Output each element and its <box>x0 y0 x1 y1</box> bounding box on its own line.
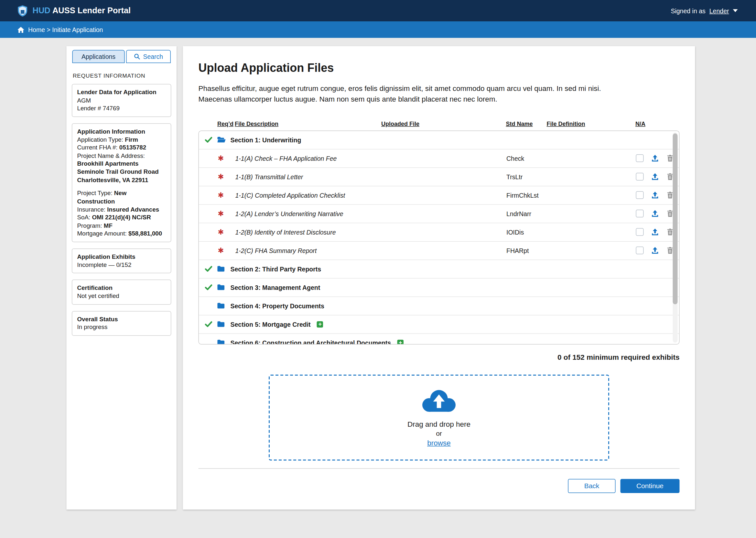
folder-icon <box>217 135 227 144</box>
section-row[interactable]: Section 2: Third Party Reports <box>199 260 679 278</box>
section-row[interactable]: Section 3: Management Agent <box>199 278 679 296</box>
folder-icon <box>217 320 227 328</box>
na-checkbox[interactable] <box>636 173 644 181</box>
scrollbar[interactable] <box>673 132 678 343</box>
upload-icon[interactable] <box>651 173 659 181</box>
signin-user-link[interactable]: Lender <box>709 7 729 15</box>
file-description: 1-1(A) Check – FHA Application Fee <box>235 155 337 162</box>
na-checkbox[interactable] <box>636 246 644 254</box>
required-exhibits-summary: 0 of 152 minimum required exhibits <box>199 352 680 361</box>
upload-icon[interactable] <box>651 154 659 162</box>
mortgage-amount: Mortgage Amount: $58,881,000 <box>77 230 166 238</box>
upload-icon[interactable] <box>651 228 659 236</box>
lender-number: Lender # 74769 <box>77 104 166 113</box>
required-icon: ✱ <box>218 154 224 162</box>
section-row[interactable]: Section 5: Mortgage Credit + <box>199 315 679 334</box>
check-icon <box>205 283 213 291</box>
home-icon[interactable] <box>18 27 24 33</box>
overall-status-title: Overall Status <box>77 315 166 323</box>
table-header-row: Req’d File Description Uploaded File Std… <box>199 118 680 130</box>
tab-applications[interactable]: Applications <box>73 50 125 63</box>
back-button[interactable]: Back <box>568 479 616 493</box>
check-icon <box>205 136 213 144</box>
folder-icon <box>217 283 227 292</box>
address-line: Charlottesville, VA 22911 <box>77 176 166 184</box>
upload-icon[interactable] <box>651 209 659 218</box>
brand-title: AUSS Lender Portal <box>52 6 130 15</box>
col-header-std-name[interactable]: Std Name <box>506 120 533 127</box>
tab-search[interactable]: Search <box>126 50 171 63</box>
lender-name: AGM <box>77 96 166 104</box>
col-header-file-description[interactable]: File Description <box>235 120 278 127</box>
add-icon[interactable]: + <box>317 321 323 327</box>
certification-card: Certification Not yet certified <box>72 280 172 304</box>
std-name: LndrNarr <box>506 210 547 217</box>
soa: SoA: OMI 221(d)(4) NC/SR <box>77 214 166 222</box>
std-name: FHARpt <box>506 247 547 254</box>
dropzone[interactable]: Drag and drop here or browse <box>269 374 609 460</box>
folder-icon <box>217 338 227 344</box>
exhibits-status: Incomplete — 0/152 <box>77 261 166 269</box>
address-line: Brookhill Apartments <box>77 160 166 168</box>
brand-hud: HUD <box>33 6 50 15</box>
action-buttons: Back Continue <box>199 479 680 493</box>
section-label: Section 4: Property Documents <box>230 302 324 310</box>
chevron-down-icon[interactable] <box>733 9 738 12</box>
application-type: Application Type: Firm <box>77 135 166 144</box>
search-icon <box>134 53 140 60</box>
upload-icon[interactable] <box>651 246 659 255</box>
browse-link[interactable]: browse <box>427 439 451 447</box>
section-label: Section 1: Underwriting <box>230 136 301 144</box>
na-checkbox[interactable] <box>636 210 644 217</box>
col-header-na[interactable]: N/A <box>635 120 645 127</box>
app-header: HUD AUSS Lender Portal Signed in as Lend… <box>0 0 756 21</box>
file-description: 1-2(A) Lender’s Underwriting Narrative <box>235 210 343 218</box>
sidebar: Applications Search REQUEST INFORMATION … <box>67 46 177 510</box>
address-line: Seminole Trail Ground Road <box>77 168 166 176</box>
address-label: Project Name & Address: <box>77 152 166 160</box>
sidebar-tabs: Applications Search <box>73 50 171 63</box>
section-row[interactable]: Section 4: Property Documents <box>199 296 679 315</box>
dropzone-text: Drag and drop here <box>407 420 471 428</box>
application-information-card: Application Information Application Type… <box>72 123 172 242</box>
brand: HUD AUSS Lender Portal <box>17 5 131 17</box>
upload-icon[interactable] <box>651 191 659 199</box>
request-information-label: REQUEST INFORMATION <box>73 73 171 79</box>
breadcrumb-text[interactable]: Home > Initiate Application <box>28 26 103 33</box>
file-row: ✱ 1-1(B) Transmittal Letter TrsLtr <box>199 168 679 186</box>
overall-status-card: Overall Status In progress <box>72 311 172 336</box>
tab-search-label: Search <box>143 53 163 61</box>
section-row[interactable]: Section 1: Underwriting <box>199 131 679 149</box>
na-checkbox[interactable] <box>636 191 644 199</box>
intro-text: Phasellus efficitur, augue eget rutrum c… <box>199 83 680 104</box>
dropzone-or: or <box>436 430 442 437</box>
section-row[interactable]: Section 6: Construction and Architectura… <box>199 334 679 344</box>
section-label: Section 2: Third Party Reports <box>230 265 322 273</box>
scrollbar-thumb[interactable] <box>673 133 678 304</box>
section-label: Section 5: Mortgage Credit <box>230 321 311 328</box>
section-label: Section 3: Management Agent <box>230 284 321 291</box>
signin-prefix: Signed in as <box>671 7 705 15</box>
file-row: ✱ 1-1(C) Completed Application Checklist… <box>199 186 679 204</box>
std-name: IOIDis <box>506 228 547 236</box>
col-header-file-definition[interactable]: File Definition <box>547 120 585 127</box>
na-checkbox[interactable] <box>636 228 644 236</box>
breadcrumb: Home > Initiate Application <box>0 21 756 38</box>
col-header-reqd[interactable]: Req’d <box>217 120 233 127</box>
file-description: 1-1(C) Completed Application Checklist <box>235 192 345 199</box>
hud-logo-icon <box>17 5 28 17</box>
divider <box>199 468 680 469</box>
file-description: 1-2(C) FHA Summary Report <box>235 247 317 255</box>
file-row: ✱ 1-1(A) Check – FHA Application Fee Che… <box>199 149 679 168</box>
check-icon <box>205 320 213 328</box>
page-title: Upload Application Files <box>199 61 680 75</box>
col-header-uploaded-file[interactable]: Uploaded File <box>381 120 419 127</box>
application-exhibits-card: Application Exhibits Incomplete — 0/152 <box>72 248 172 273</box>
add-icon[interactable]: + <box>397 339 404 344</box>
continue-button[interactable]: Continue <box>621 479 680 493</box>
na-checkbox[interactable] <box>636 154 644 162</box>
file-row: ✱ 1-2(A) Lender’s Underwriting Narrative… <box>199 204 679 223</box>
certification-status: Not yet certified <box>77 292 166 300</box>
file-row: ✱ 1-2(B) Identity of Interest Disclosure… <box>199 223 679 242</box>
signin-area: Signed in as Lender <box>671 7 737 15</box>
